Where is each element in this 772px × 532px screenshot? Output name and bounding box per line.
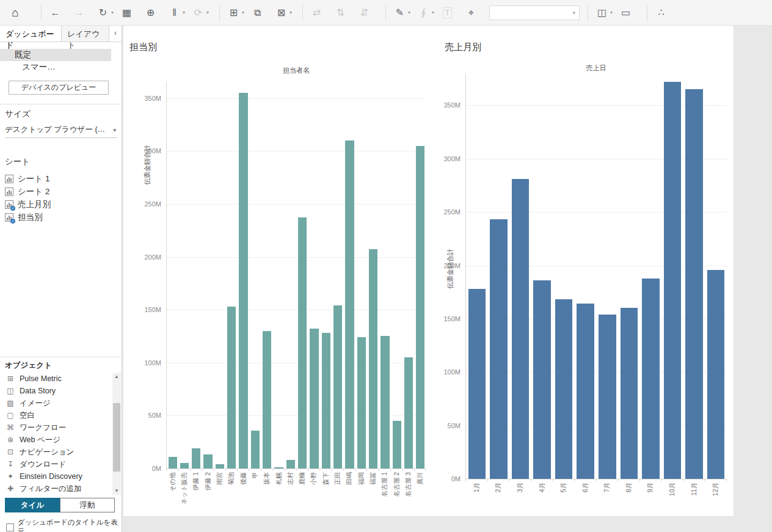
fit-combobox[interactable]: ▾ (489, 5, 580, 20)
pause-updates-icon[interactable]: ‖ (166, 4, 183, 22)
bar[interactable] (642, 279, 659, 479)
bar[interactable] (664, 82, 681, 479)
object-item-Einstein Discovery[interactable]: ✦Einstein Discovery (6, 470, 109, 483)
save-icon[interactable]: ▦ (118, 4, 135, 22)
presentation-mode-icon[interactable]: ▭ (617, 4, 634, 22)
sheet-item-担当別[interactable]: ✓担当別 (5, 211, 112, 224)
bar[interactable] (298, 217, 307, 468)
x-tick-label: 志村 (286, 472, 294, 506)
bar[interactable] (192, 448, 200, 468)
bar[interactable] (685, 89, 702, 479)
object-item-ダウンロード[interactable]: ↧ダウンロード (6, 458, 109, 470)
image-object-icon: ▨ (6, 399, 15, 407)
toolbar-separator (647, 5, 647, 21)
bar[interactable] (227, 307, 236, 468)
gridline (167, 310, 426, 310)
bar[interactable] (533, 280, 550, 479)
object-item-空白[interactable]: ▢空白 (6, 409, 109, 421)
bar[interactable] (345, 140, 354, 468)
sheet-item-シート 2[interactable]: シート 2 (5, 185, 112, 198)
bar[interactable] (180, 463, 189, 468)
bar[interactable] (274, 467, 283, 468)
bar[interactable] (169, 457, 177, 468)
clear-sheet-icon[interactable]: ⊠ (273, 4, 290, 22)
objects-scrollbar[interactable]: ▲ ▼ (112, 373, 121, 495)
x-axis-tick (319, 468, 320, 471)
tiled-mode-button[interactable]: タイル (5, 498, 60, 512)
replay-icon[interactable]: ↻ (95, 4, 111, 22)
bar[interactable] (216, 464, 224, 468)
bar[interactable] (707, 270, 724, 479)
undo-icon[interactable]: ← (47, 4, 64, 22)
device-smartphone-item[interactable]: スマー… (0, 61, 111, 73)
object-item-ワークフロー[interactable]: ⌘ワークフロー (6, 421, 109, 434)
scroll-down-icon[interactable]: ▼ (112, 487, 121, 495)
tab-layout[interactable]: レイアウト (62, 26, 109, 42)
floating-mode-button[interactable]: 浮動 (60, 498, 115, 512)
pin-icon[interactable]: ⌖ (463, 4, 479, 22)
bar[interactable] (239, 93, 247, 468)
chevron-down-icon[interactable]: ▾ (432, 10, 438, 15)
x-tick-label: 7月 (603, 483, 610, 517)
sheet-item-シート 1[interactable]: シート 1 (5, 172, 112, 185)
bar[interactable] (577, 304, 594, 479)
size-dropdown[interactable]: デスクトップ ブラウザー (… ▾ (5, 122, 117, 138)
share-icon[interactable]: ∴ (653, 4, 669, 22)
bar[interactable] (333, 305, 342, 468)
bar[interactable] (621, 308, 638, 479)
gridline (167, 98, 426, 99)
bar[interactable] (322, 333, 330, 468)
bar[interactable] (490, 219, 507, 479)
bar[interactable] (357, 337, 366, 468)
object-item-Pulse Metric[interactable]: ⊞Pulse Metric (6, 373, 109, 385)
device-preview-button[interactable]: デバイスのプレビュー (9, 81, 109, 95)
bar[interactable] (381, 336, 389, 468)
chevron-down-icon[interactable]: ▾ (206, 10, 213, 15)
bar[interactable] (599, 315, 616, 479)
show-dashboard-title-checkbox[interactable] (6, 523, 14, 531)
bar[interactable] (404, 357, 413, 468)
show-hide-cards-icon[interactable]: ◫ (594, 4, 610, 22)
chevron-down-icon[interactable]: ▾ (610, 10, 616, 15)
scrollbar-thumb[interactable] (113, 403, 120, 472)
size-dropdown-value: デスクトップ ブラウザー (… (5, 125, 105, 135)
bar[interactable] (310, 329, 318, 468)
tab-dashboard[interactable]: ダッシュボード (0, 26, 62, 42)
object-item-イメージ[interactable]: ▨イメージ (6, 397, 109, 409)
chevron-down-icon[interactable]: ▾ (183, 10, 189, 15)
device-default-item[interactable]: 既定 (0, 49, 111, 61)
new-worksheet-icon[interactable]: ⊞ (225, 4, 242, 22)
column-header: 売上日 (465, 64, 727, 73)
bar[interactable] (416, 146, 424, 468)
new-data-source-icon[interactable]: ⊕ (142, 4, 159, 22)
sheet-item-売上月別[interactable]: ✓売上月別 (5, 198, 112, 211)
bar[interactable] (468, 289, 486, 479)
scroll-up-icon[interactable]: ▲ (112, 373, 121, 381)
collapse-pane-icon[interactable]: ‹ (109, 26, 122, 42)
bar[interactable] (263, 331, 271, 468)
highlight-icon[interactable]: ✎ (391, 4, 408, 22)
object-item-Web ページ[interactable]: ⊕Web ページ (6, 434, 109, 446)
bar[interactable] (369, 249, 377, 468)
object-item-Data Story[interactable]: ◫Data Story (6, 385, 109, 397)
bar[interactable] (555, 299, 572, 479)
chevron-down-icon[interactable]: ▾ (290, 10, 296, 15)
chevron-down-icon[interactable]: ▾ (111, 10, 117, 15)
bar[interactable] (203, 454, 212, 468)
duplicate-sheet-icon[interactable]: ⧉ (249, 4, 266, 22)
x-axis-tick (237, 468, 238, 471)
x-tick-label: 福冨 (369, 472, 376, 506)
object-item-フィルターの追加[interactable]: ✚フィルターの追加 (6, 483, 109, 495)
home-icon[interactable]: ⌂ (6, 4, 24, 22)
x-axis-tick (617, 479, 618, 481)
bar[interactable] (393, 421, 401, 468)
workflow-object-icon: ⌘ (6, 423, 15, 432)
x-tick-label: 福岡 (357, 472, 365, 506)
object-item-ナビゲーション[interactable]: ⊡ナビゲーション (6, 446, 109, 458)
bar[interactable] (251, 431, 260, 468)
bar[interactable] (512, 179, 529, 479)
chevron-down-icon[interactable]: ▾ (408, 10, 414, 15)
chevron-down-icon[interactable]: ▾ (242, 10, 248, 15)
y-tick-label: 300M (435, 155, 461, 162)
bar[interactable] (286, 460, 295, 468)
